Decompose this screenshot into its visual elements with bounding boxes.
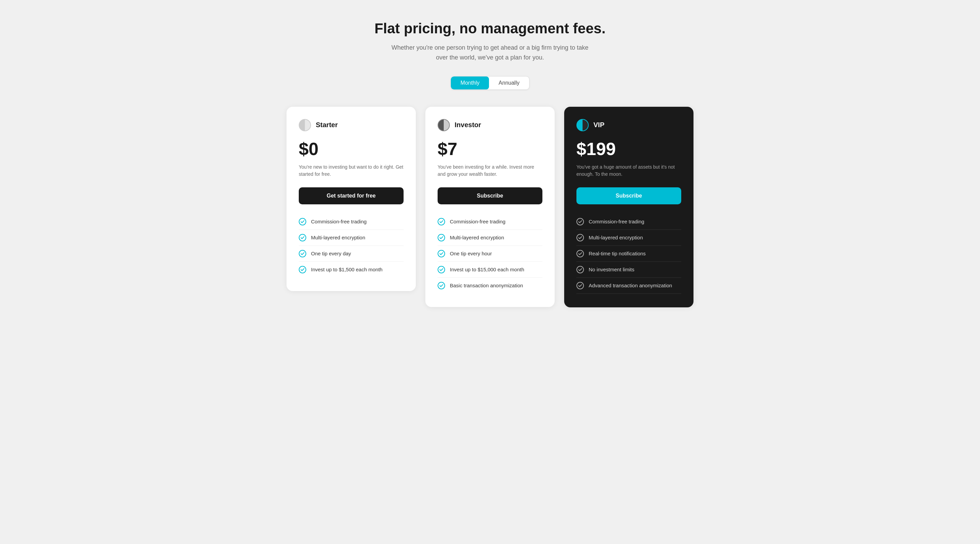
vip-card: VIP $199 You've got a huge amount of ass… — [564, 107, 694, 308]
list-item: Basic transaction anonymization — [438, 278, 542, 293]
list-item: Real-time tip notifications — [576, 246, 681, 262]
svg-point-1 — [299, 234, 306, 241]
check-icon — [576, 218, 584, 225]
list-item: Commission-free trading — [576, 214, 681, 230]
check-icon — [576, 282, 584, 289]
pricing-cards-container: Starter $0 You're new to investing but w… — [286, 107, 694, 308]
investor-card-header: Investor — [438, 119, 542, 131]
vip-price: $199 — [576, 140, 681, 159]
vip-plan-name: VIP — [593, 121, 605, 129]
starter-plan-name: Starter — [316, 121, 337, 129]
starter-icon — [299, 119, 311, 131]
svg-point-3 — [299, 266, 306, 273]
check-icon — [576, 266, 584, 273]
feature-text: Multi-layered encryption — [311, 235, 365, 240]
feature-text: Invest up to $15,000 each month — [450, 266, 524, 272]
svg-point-4 — [438, 218, 445, 225]
billing-toggle-group: Monthly Annually — [450, 76, 529, 90]
check-icon — [438, 250, 445, 257]
starter-card: Starter $0 You're new to investing but w… — [286, 107, 416, 291]
investor-description: You've been investing for a while. Inves… — [438, 163, 542, 178]
check-icon — [438, 266, 445, 273]
check-icon — [438, 234, 445, 241]
check-icon — [438, 282, 445, 289]
check-icon — [438, 218, 445, 225]
page-title: Flat pricing, no management fees. — [7, 21, 973, 37]
check-icon — [299, 266, 306, 273]
page-subtitle: Whether you're one person trying to get … — [388, 43, 592, 63]
svg-point-12 — [577, 266, 584, 273]
page-header: Flat pricing, no management fees. Whethe… — [7, 21, 973, 63]
list-item: No investment limits — [576, 262, 681, 278]
svg-point-0 — [299, 218, 306, 225]
check-icon — [576, 234, 584, 241]
list-item: One tip every day — [299, 246, 404, 262]
annually-toggle-button[interactable]: Annually — [489, 76, 529, 89]
check-icon — [576, 250, 584, 257]
starter-cta-button[interactable]: Get started for free — [299, 187, 404, 205]
list-item: Multi-layered encryption — [299, 230, 404, 246]
feature-text: Advanced transaction anonymization — [589, 282, 672, 288]
svg-point-8 — [438, 282, 445, 289]
list-item: Multi-layered encryption — [576, 230, 681, 246]
feature-text: Invest up to $1,500 each month — [311, 266, 382, 272]
feature-text: Multi-layered encryption — [589, 235, 643, 240]
vip-card-header: VIP — [576, 119, 681, 131]
list-item: One tip every hour — [438, 246, 542, 262]
vip-icon — [576, 119, 589, 131]
list-item: Commission-free trading — [438, 214, 542, 230]
svg-point-7 — [438, 266, 445, 273]
svg-point-11 — [577, 250, 584, 257]
feature-text: One tip every hour — [450, 251, 492, 256]
starter-features-list: Commission-free trading Multi-layered en… — [299, 214, 404, 278]
svg-point-5 — [438, 234, 445, 241]
svg-point-6 — [438, 250, 445, 257]
feature-text: One tip every day — [311, 251, 351, 256]
list-item: Invest up to $15,000 each month — [438, 262, 542, 278]
starter-description: You're new to investing but want to do i… — [299, 163, 404, 178]
check-icon — [299, 250, 306, 257]
check-icon — [299, 234, 306, 241]
feature-text: Commission-free trading — [589, 219, 644, 224]
starter-price: $0 — [299, 140, 404, 159]
svg-point-10 — [577, 234, 584, 241]
vip-cta-button[interactable]: Subscribe — [576, 187, 681, 205]
investor-cta-button[interactable]: Subscribe — [438, 187, 542, 205]
billing-toggle-container: Monthly Annually — [7, 76, 973, 90]
monthly-toggle-button[interactable]: Monthly — [451, 76, 489, 89]
check-icon — [299, 218, 306, 225]
feature-text: Multi-layered encryption — [450, 235, 504, 240]
list-item: Invest up to $1,500 each month — [299, 262, 404, 278]
svg-point-9 — [577, 218, 584, 225]
feature-text: No investment limits — [589, 266, 634, 272]
investor-features-list: Commission-free trading Multi-layered en… — [438, 214, 542, 293]
investor-plan-name: Investor — [455, 121, 481, 129]
investor-card: Investor $7 You've been investing for a … — [425, 107, 555, 307]
investor-price: $7 — [438, 140, 542, 159]
list-item: Commission-free trading — [299, 214, 404, 230]
feature-text: Basic transaction anonymization — [450, 282, 523, 288]
list-item: Multi-layered encryption — [438, 230, 542, 246]
feature-text: Commission-free trading — [450, 219, 505, 224]
svg-point-2 — [299, 250, 306, 257]
list-item: Advanced transaction anonymization — [576, 278, 681, 294]
feature-text: Real-time tip notifications — [589, 251, 646, 256]
vip-description: You've got a huge amount of assets but i… — [576, 163, 681, 178]
investor-icon — [438, 119, 450, 131]
vip-features-list: Commission-free trading Multi-layered en… — [576, 214, 681, 294]
svg-point-13 — [577, 282, 584, 289]
starter-card-header: Starter — [299, 119, 404, 131]
feature-text: Commission-free trading — [311, 219, 366, 224]
